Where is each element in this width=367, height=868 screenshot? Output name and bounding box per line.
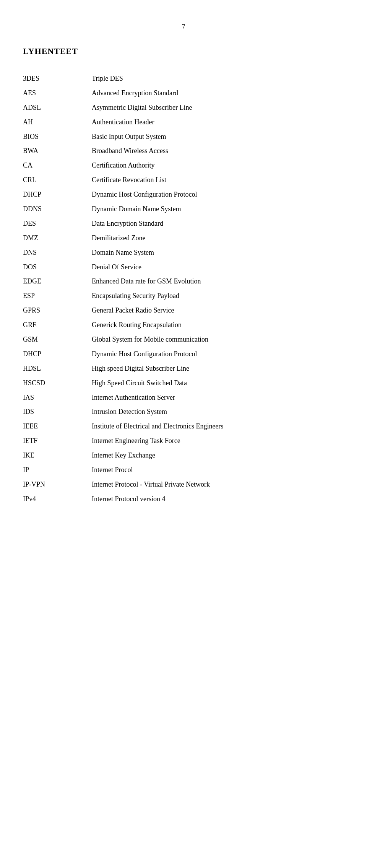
list-item: DDNSDynamic Domain Name System <box>23 202 344 217</box>
abbreviation-definition: Internet Key Exchange <box>92 448 344 463</box>
abbreviation-definition: Intrusion Detection System <box>92 405 344 419</box>
abbreviation-definition: Dynamic Host Configuration Protocol <box>92 187 344 202</box>
abbreviation-definition: High speed Digital Subscriber Line <box>92 362 344 376</box>
abbreviation-term: HSCSD <box>23 376 92 391</box>
abbreviation-term: DMZ <box>23 231 92 246</box>
abbreviation-term: IEEE <box>23 419 92 434</box>
abbreviation-definition: Domain Name System <box>92 246 344 260</box>
page-title: LYHENTEET <box>23 46 344 56</box>
abbreviation-definition: Enhanced Data rate for GSM Evolution <box>92 274 344 289</box>
abbreviation-definition: High Speed Circuit Switched Data <box>92 376 344 391</box>
abbreviation-term: EDGE <box>23 274 92 289</box>
abbreviation-term: ESP <box>23 289 92 303</box>
abbreviation-term: GRE <box>23 318 92 332</box>
abbreviation-term: CA <box>23 158 92 173</box>
page-number: 7 <box>23 23 344 31</box>
list-item: GSMGlobal System for Mobile communicatio… <box>23 332 344 347</box>
list-item: IETFInternet Engineering Task Force <box>23 434 344 448</box>
abbreviation-definition: Basic Input Output System <box>92 130 344 144</box>
abbreviation-definition: Dynamic Host Configuration Protocol <box>92 347 344 362</box>
abbreviation-term: DNS <box>23 246 92 260</box>
abbreviation-term: DHCP <box>23 347 92 362</box>
abbreviation-definition: Internet Protocol - Virtual Private Netw… <box>92 477 344 492</box>
abbreviation-definition: Asymmetric Digital Subscriber Line <box>92 101 344 115</box>
list-item: IDSIntrusion Detection System <box>23 405 344 419</box>
abbreviation-term: IP-VPN <box>23 477 92 492</box>
list-item: IKEInternet Key Exchange <box>23 448 344 463</box>
list-item: AHAuthentication Header <box>23 115 344 130</box>
abbreviation-definition: Data Encryption Standard <box>92 217 344 231</box>
abbreviation-definition: Authentication Header <box>92 115 344 130</box>
abbreviation-term: DOS <box>23 260 92 275</box>
abbreviation-definition: Certification Authority <box>92 158 344 173</box>
abbreviation-term: AH <box>23 115 92 130</box>
abbreviation-definition: Internet Procol <box>92 463 344 477</box>
list-item: EDGEEnhanced Data rate for GSM Evolution <box>23 274 344 289</box>
abbreviation-term: IKE <box>23 448 92 463</box>
abbreviation-definition: Institute of Electrical and Electronics … <box>92 419 344 434</box>
abbreviation-term: HDSL <box>23 362 92 376</box>
list-item: BWABroadband Wireless Access <box>23 144 344 158</box>
list-item: HDSLHigh speed Digital Subscriber Line <box>23 362 344 376</box>
list-item: IP-VPNInternet Protocol - Virtual Privat… <box>23 477 344 492</box>
abbreviation-term: GSM <box>23 332 92 347</box>
list-item: DMZDemilitarized Zone <box>23 231 344 246</box>
list-item: CACertification Authority <box>23 158 344 173</box>
abbreviation-definition: Broadband Wireless Access <box>92 144 344 158</box>
abbreviation-definition: Dynamic Domain Name System <box>92 202 344 217</box>
abbreviation-definition: Denial Of Service <box>92 260 344 275</box>
list-item: ESPEncapsulating Security Payload <box>23 289 344 303</box>
list-item: IASInternet Authentication Server <box>23 391 344 405</box>
list-item: DHCPDynamic Host Configuration Protocol <box>23 187 344 202</box>
list-item: BIOSBasic Input Output System <box>23 130 344 144</box>
list-item: IPv4Internet Protocol version 4 <box>23 492 344 506</box>
abbreviation-term: BIOS <box>23 130 92 144</box>
abbreviation-definition: Demilitarized Zone <box>92 231 344 246</box>
list-item: DNSDomain Name System <box>23 246 344 260</box>
list-item: HSCSDHigh Speed Circuit Switched Data <box>23 376 344 391</box>
abbreviation-term: IETF <box>23 434 92 448</box>
list-item: GPRSGeneral Packet Radio Service <box>23 303 344 318</box>
abbreviation-term: IDS <box>23 405 92 419</box>
abbreviation-term: ADSL <box>23 101 92 115</box>
abbreviation-definition: Generick Routing Encapsulation <box>92 318 344 332</box>
list-item: 3DESTriple DES <box>23 72 344 86</box>
list-item: CRLCertificate Revocation List <box>23 173 344 187</box>
abbreviation-definition: Internet Protocol version 4 <box>92 492 344 506</box>
abbreviation-definition: Internet Engineering Task Force <box>92 434 344 448</box>
list-item: DOSDenial Of Service <box>23 260 344 275</box>
abbreviation-definition: Certificate Revocation List <box>92 173 344 187</box>
list-item: GREGenerick Routing Encapsulation <box>23 318 344 332</box>
list-item: DHCPDynamic Host Configuration Protocol <box>23 347 344 362</box>
abbreviation-term: BWA <box>23 144 92 158</box>
abbreviation-definition: Global System for Mobile communication <box>92 332 344 347</box>
abbreviation-term: DES <box>23 217 92 231</box>
abbreviation-term: DHCP <box>23 187 92 202</box>
abbreviation-term: IAS <box>23 391 92 405</box>
list-item: AESAdvanced Encryption Standard <box>23 86 344 101</box>
abbreviation-term: AES <box>23 86 92 101</box>
list-item: IEEEInstitute of Electrical and Electron… <box>23 419 344 434</box>
abbreviation-term: IPv4 <box>23 492 92 506</box>
list-item: ADSLAsymmetric Digital Subscriber Line <box>23 101 344 115</box>
abbreviations-table: 3DESTriple DESAESAdvanced Encryption Sta… <box>23 72 344 506</box>
list-item: IPInternet Procol <box>23 463 344 477</box>
abbreviation-definition: Encapsulating Security Payload <box>92 289 344 303</box>
abbreviation-term: IP <box>23 463 92 477</box>
abbreviation-definition: Internet Authentication Server <box>92 391 344 405</box>
abbreviation-definition: General Packet Radio Service <box>92 303 344 318</box>
abbreviation-definition: Triple DES <box>92 72 344 86</box>
abbreviation-term: DDNS <box>23 202 92 217</box>
abbreviation-term: GPRS <box>23 303 92 318</box>
abbreviation-term: CRL <box>23 173 92 187</box>
abbreviation-term: 3DES <box>23 72 92 86</box>
list-item: DESData Encryption Standard <box>23 217 344 231</box>
abbreviation-definition: Advanced Encryption Standard <box>92 86 344 101</box>
